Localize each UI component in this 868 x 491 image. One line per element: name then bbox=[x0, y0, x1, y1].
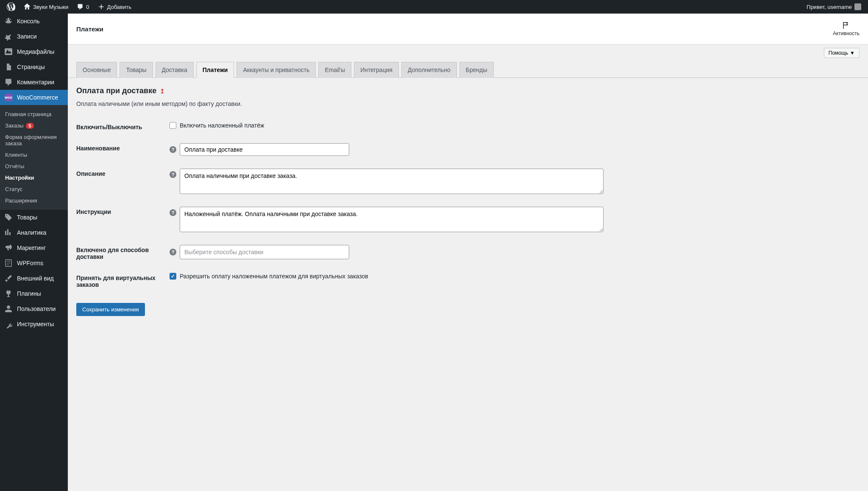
help-icon[interactable]: ? bbox=[170, 249, 176, 255]
field-instructions: Инструкции ? bbox=[76, 200, 860, 239]
help-icon[interactable]: ? bbox=[170, 171, 176, 178]
tab-general[interactable]: Основные bbox=[76, 62, 117, 78]
plug-icon bbox=[4, 289, 13, 298]
tab-integration[interactable]: Интеграция bbox=[354, 62, 399, 78]
menu-tools[interactable]: Инструменты bbox=[0, 316, 68, 332]
instructions-label: Инструкции bbox=[76, 207, 170, 215]
virtual-checkbox[interactable] bbox=[170, 273, 176, 280]
greeting-text: Привет, username bbox=[807, 4, 852, 10]
submenu-orders[interactable]: Заказы 5 bbox=[0, 120, 68, 131]
help-button[interactable]: Помощь ▼ bbox=[824, 48, 860, 58]
admin-bar: Звуки Музыки 0 Добавить Привет, username bbox=[0, 0, 868, 14]
tab-shipping[interactable]: Доставка bbox=[156, 62, 194, 78]
comments-count: 0 bbox=[86, 4, 89, 10]
enable-checkbox[interactable] bbox=[170, 122, 176, 129]
menu-media[interactable]: Медиафайлы bbox=[0, 44, 68, 59]
settings-section: Оплата при доставке ↥ Оплата наличными (… bbox=[68, 78, 868, 325]
menu-wpforms[interactable]: WPForms bbox=[0, 255, 68, 271]
submenu-customers[interactable]: Клиенты bbox=[0, 149, 68, 161]
field-enable: Включить/Выключить Включить наложенный п… bbox=[76, 116, 860, 137]
chart-icon bbox=[4, 228, 13, 237]
submenu-reports[interactable]: Отчёты bbox=[0, 161, 68, 172]
instructions-textarea[interactable] bbox=[180, 207, 604, 232]
field-title: Наименование ? bbox=[76, 137, 860, 162]
help-tab-row: Помощь ▼ bbox=[68, 44, 868, 58]
field-shipping-methods: Включено для способов доставки ? Выберит… bbox=[76, 239, 860, 266]
menu-products[interactable]: Товары bbox=[0, 210, 68, 225]
site-name: Звуки Музыки bbox=[33, 4, 68, 10]
tag-icon bbox=[4, 213, 13, 222]
help-icon[interactable]: ? bbox=[170, 146, 176, 153]
site-name-link[interactable]: Звуки Музыки bbox=[20, 0, 72, 14]
section-description: Оплата наличными (или иным методом) по ф… bbox=[76, 100, 860, 107]
tab-brands[interactable]: Бренды bbox=[459, 62, 494, 78]
comment-icon bbox=[77, 3, 83, 10]
description-textarea[interactable] bbox=[180, 169, 604, 194]
tab-emails[interactable]: Email'ы bbox=[318, 62, 351, 78]
activity-link[interactable]: Активность bbox=[833, 21, 860, 36]
virtual-checkbox-label: Разрешить оплату наложенным платежом для… bbox=[180, 273, 368, 280]
shipping-methods-select[interactable]: Выберите способы доставки bbox=[180, 245, 349, 259]
pin-icon bbox=[4, 32, 13, 41]
wordpress-icon bbox=[7, 3, 15, 11]
submenu-checkout-form[interactable]: Форма оформления заказа bbox=[0, 131, 68, 149]
wp-logo[interactable] bbox=[3, 0, 19, 14]
submenu-status[interactable]: Статус bbox=[0, 183, 68, 195]
comments-link[interactable]: 0 bbox=[73, 0, 92, 14]
wrench-icon bbox=[4, 320, 13, 328]
settings-form: Включить/Выключить Включить наложенный п… bbox=[76, 116, 860, 294]
main-content: Платежи Активность Помощь ▼ Основные Тов… bbox=[68, 14, 868, 491]
brush-icon bbox=[4, 274, 13, 283]
flag-icon bbox=[842, 21, 850, 30]
title-label: Наименование bbox=[76, 143, 170, 152]
plus-icon bbox=[98, 3, 105, 10]
content-header: Платежи Активность bbox=[68, 14, 868, 44]
avatar bbox=[854, 3, 861, 10]
field-description: Описание ? bbox=[76, 162, 860, 200]
save-button[interactable]: Сохранить изменения bbox=[76, 303, 145, 316]
woocommerce-submenu: Главная страница Заказы 5 Форма оформлен… bbox=[0, 105, 68, 210]
admin-sidebar: Консоль Записи Медиафайлы Страницы Комме… bbox=[0, 14, 68, 491]
tab-advanced[interactable]: Дополнительно bbox=[401, 62, 457, 78]
page-icon bbox=[4, 63, 13, 71]
megaphone-icon bbox=[4, 244, 13, 252]
shipping-methods-label: Включено для способов доставки bbox=[76, 245, 170, 260]
settings-tabs: Основные Товары Доставка Платежи Аккаунт… bbox=[68, 58, 868, 78]
menu-woocommerce[interactable]: woo WooCommerce bbox=[0, 90, 68, 105]
menu-marketing[interactable]: Маркетинг bbox=[0, 240, 68, 255]
description-label: Описание bbox=[76, 169, 170, 177]
form-icon bbox=[4, 259, 13, 267]
section-title: Оплата при доставке ↥ bbox=[76, 86, 860, 95]
chevron-down-icon: ▼ bbox=[850, 50, 855, 56]
tab-accounts[interactable]: Аккаунты и приватность bbox=[236, 62, 316, 78]
menu-posts[interactable]: Записи bbox=[0, 29, 68, 44]
menu-pages[interactable]: Страницы bbox=[0, 59, 68, 75]
submenu-settings[interactable]: Настройки bbox=[0, 172, 68, 183]
menu-users[interactable]: Пользователи bbox=[0, 301, 68, 316]
enable-checkbox-label: Включить наложенный платёж bbox=[180, 122, 264, 129]
home-icon bbox=[24, 3, 31, 10]
user-icon bbox=[4, 305, 13, 313]
menu-analytics[interactable]: Аналитика bbox=[0, 225, 68, 240]
help-icon[interactable]: ? bbox=[170, 209, 176, 216]
tab-products[interactable]: Товары bbox=[120, 62, 153, 78]
virtual-label: Принять для виртуальных заказов bbox=[76, 273, 170, 288]
field-virtual: Принять для виртуальных заказов Разрешит… bbox=[76, 266, 860, 294]
menu-console[interactable]: Консоль bbox=[0, 14, 68, 29]
menu-appearance[interactable]: Внешний вид bbox=[0, 271, 68, 286]
add-new-label: Добавить bbox=[107, 4, 131, 10]
orders-badge: 5 bbox=[26, 123, 33, 129]
dashboard-icon bbox=[4, 17, 13, 25]
page-title: Платежи bbox=[76, 25, 103, 33]
menu-comments[interactable]: Комментарии bbox=[0, 75, 68, 90]
user-greeting[interactable]: Привет, username bbox=[803, 0, 865, 14]
add-new-link[interactable]: Добавить bbox=[95, 0, 135, 14]
menu-plugins[interactable]: Плагины bbox=[0, 286, 68, 301]
tab-payments[interactable]: Платежи bbox=[196, 62, 234, 78]
comments-icon bbox=[4, 78, 13, 86]
enable-label: Включить/Выключить bbox=[76, 122, 170, 130]
back-link-icon[interactable]: ↥ bbox=[160, 88, 165, 94]
submenu-home[interactable]: Главная страница bbox=[0, 108, 68, 120]
title-input[interactable] bbox=[180, 143, 349, 156]
submenu-extensions[interactable]: Расширения bbox=[0, 195, 68, 206]
